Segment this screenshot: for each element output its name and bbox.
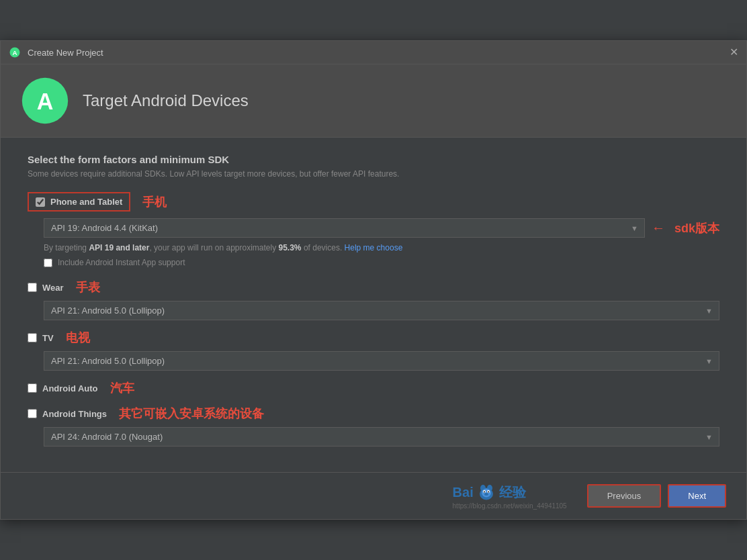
- phone-annotation: 手机: [142, 194, 167, 210]
- arrow-icon: ←: [652, 220, 665, 236]
- svg-text:A: A: [12, 49, 17, 56]
- phone-tablet-bordered-row: Phone and Tablet: [28, 192, 130, 212]
- tv-text: TV: [42, 333, 54, 343]
- android-auto-section: Android Auto 汽车: [28, 380, 719, 396]
- tv-header: TV 电视: [28, 330, 719, 346]
- footer: Bai 经验 https://blog.csdn.net/weixi: [1, 472, 746, 519]
- wear-annotation: 手表: [76, 279, 100, 295]
- wear-header: Wear 手表: [28, 279, 719, 295]
- baidu-watermark: Bai 经验 https://blog.csdn.net/weixi: [453, 482, 567, 510]
- header-section: A Target Android Devices: [1, 64, 746, 138]
- baidu-bear-icon: [476, 482, 496, 502]
- android-things-header: Android Things 其它可嵌入安卓系统的设备: [28, 406, 719, 422]
- instant-app-row: Include Android Instant App support: [44, 258, 719, 267]
- android-small-icon: A: [9, 46, 21, 58]
- things-sdk-select[interactable]: API 24: Android 7.0 (Nougat): [44, 427, 719, 447]
- tv-sdk-row: API 21: Android 5.0 (Lollipop): [44, 351, 719, 371]
- svg-point-10: [484, 492, 485, 493]
- auto-annotation: 汽车: [110, 380, 134, 396]
- instant-app-checkbox[interactable]: [44, 259, 52, 267]
- title-bar-left: A Create New Project: [9, 46, 103, 58]
- android-auto-header: Android Auto 汽车: [28, 380, 719, 396]
- android-auto-checkbox[interactable]: [28, 383, 37, 393]
- sdk-annotation: sdk版本: [674, 220, 719, 236]
- things-annotation: 其它可嵌入安卓系统的设备: [119, 406, 264, 422]
- things-select-wrapper: API 24: Android 7.0 (Nougat): [44, 427, 719, 447]
- android-things-text: Android Things: [42, 409, 107, 419]
- tv-annotation: 电视: [66, 330, 90, 346]
- baidu-url: https://blog.csdn.net/weixin_44941105: [453, 502, 567, 510]
- wear-label[interactable]: Wear: [28, 283, 64, 293]
- android-things-label[interactable]: Android Things: [28, 409, 107, 419]
- previous-button[interactable]: Previous: [587, 484, 662, 508]
- content-area: Select the form factors and minimum SDK …: [1, 138, 746, 472]
- title-bar: A Create New Project ✕: [1, 41, 746, 64]
- dialog: A Create New Project ✕ A Target Android …: [0, 40, 747, 520]
- svg-point-11: [488, 492, 489, 493]
- section-subtitle: Some devices require additional SDKs. Lo…: [28, 169, 719, 179]
- android-things-checkbox[interactable]: [28, 409, 37, 418]
- sdk-phone-row: API 19: Android 4.4 (KitKat) API 21: And…: [44, 218, 719, 238]
- wear-select-wrapper: API 21: Android 5.0 (Lollipop): [44, 301, 719, 320]
- next-button[interactable]: Next: [668, 484, 726, 508]
- wear-section: Wear 手表 API 21: Android 5.0 (Lollipop): [28, 279, 719, 320]
- phone-tablet-label[interactable]: Phone and Tablet: [36, 197, 122, 207]
- instant-app-label: Include Android Instant App support: [58, 258, 185, 267]
- wear-sdk-select[interactable]: API 21: Android 5.0 (Lollipop): [44, 301, 719, 320]
- wear-sdk-row: API 21: Android 5.0 (Lollipop): [44, 301, 719, 320]
- android-logo-icon: A: [21, 77, 69, 125]
- android-auto-text: Android Auto: [42, 383, 98, 393]
- baidu-jingyan: 经验: [499, 483, 526, 502]
- tv-select-wrapper: API 21: Android 5.0 (Lollipop): [44, 351, 719, 371]
- help-me-choose-link[interactable]: Help me choose: [345, 243, 403, 252]
- svg-text:A: A: [37, 89, 54, 114]
- close-button[interactable]: ✕: [730, 47, 738, 58]
- section-title: Select the form factors and minimum SDK: [28, 154, 719, 165]
- baidu-text: Bai: [453, 485, 474, 500]
- sdk-annotation-row: ← sdk版本: [652, 220, 719, 236]
- header-title: Target Android Devices: [83, 91, 249, 110]
- android-auto-label[interactable]: Android Auto: [28, 383, 98, 393]
- wear-text: Wear: [42, 283, 64, 293]
- tv-label[interactable]: TV: [28, 333, 54, 343]
- phone-tablet-text: Phone and Tablet: [50, 197, 122, 207]
- dialog-title: Create New Project: [28, 48, 103, 58]
- svg-point-12: [484, 493, 488, 496]
- api-info-text: By targeting API 19 and later, your app …: [44, 243, 719, 252]
- android-things-section: Android Things 其它可嵌入安卓系统的设备 API 24: Andr…: [28, 406, 719, 447]
- things-sdk-row: API 24: Android 7.0 (Nougat): [44, 427, 719, 447]
- sdk-phone-select-wrapper: API 19: Android 4.4 (KitKat) API 21: And…: [44, 218, 645, 238]
- wear-checkbox[interactable]: [28, 283, 37, 292]
- tv-section: TV 电视 API 21: Android 5.0 (Lollipop): [28, 330, 719, 371]
- sdk-phone-select[interactable]: API 19: Android 4.4 (KitKat) API 21: And…: [44, 218, 645, 238]
- tv-checkbox[interactable]: [28, 333, 37, 342]
- phone-tablet-checkbox[interactable]: [36, 197, 45, 207]
- tv-sdk-select[interactable]: API 21: Android 5.0 (Lollipop): [44, 351, 719, 371]
